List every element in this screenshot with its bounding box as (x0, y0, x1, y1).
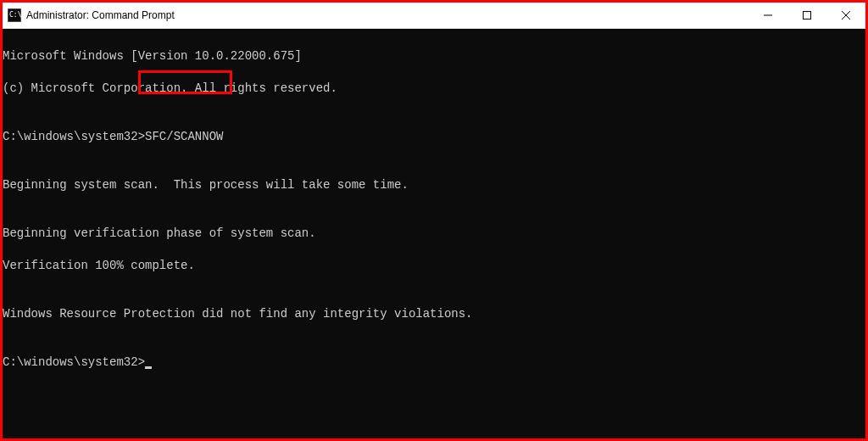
prompt-line: C:\windows\system32> (3, 354, 865, 371)
output-line: Beginning system scan. This process will… (3, 177, 865, 193)
entered-command: SFC/SCANNOW (145, 130, 223, 143)
titlebar[interactable]: C:\ Administrator: Command Prompt (3, 3, 865, 29)
command-prompt-window: C:\ Administrator: Command Prompt Micros… (3, 3, 865, 438)
maximize-button[interactable] (787, 3, 826, 28)
close-button[interactable] (826, 3, 865, 28)
output-line: Beginning verification phase of system s… (3, 226, 865, 242)
output-line: Windows Resource Protection did not find… (3, 306, 865, 322)
prompt-prefix: C:\windows\system32> (3, 130, 145, 143)
svg-text:C:\: C:\ (9, 11, 21, 19)
prompt-prefix: C:\windows\system32> (3, 355, 145, 369)
window-controls (748, 3, 865, 28)
window-title: Administrator: Command Prompt (26, 9, 748, 21)
cmd-icon: C:\ (8, 8, 21, 22)
output-line: Verification 100% complete. (3, 258, 865, 274)
minimize-button[interactable] (748, 3, 787, 28)
cursor (145, 366, 152, 369)
prompt-line: C:\windows\system32>SFC/SCANNOW (3, 129, 865, 145)
svg-rect-4 (804, 12, 811, 20)
output-line: Microsoft Windows [Version 10.0.22000.67… (3, 48, 865, 64)
output-line: (c) Microsoft Corporation. All rights re… (3, 81, 865, 97)
terminal-output[interactable]: Microsoft Windows [Version 10.0.22000.67… (3, 29, 865, 438)
